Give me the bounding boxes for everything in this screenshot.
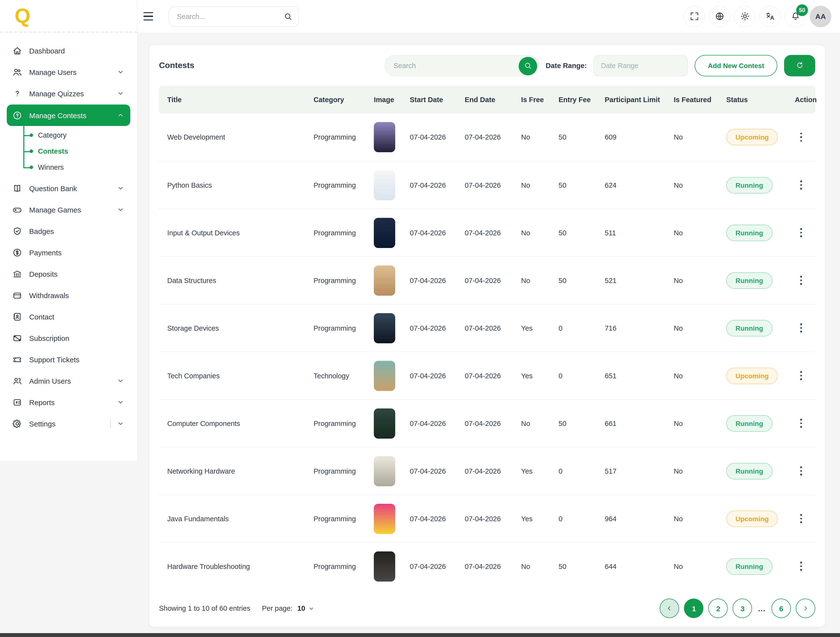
translate-button[interactable] [759, 6, 781, 27]
participant-limit: 521 [605, 277, 674, 284]
sidebar-item-payments[interactable]: Payments [7, 242, 130, 262]
start-date: 07-04-2026 [410, 562, 465, 570]
is-featured: No [674, 372, 726, 379]
table-search-button[interactable] [518, 57, 537, 75]
sidebar-item-reports[interactable]: Reports [7, 392, 130, 413]
contest-thumbnail[interactable] [374, 218, 395, 248]
contest-thumbnail[interactable] [374, 408, 395, 438]
row-actions-menu-button[interactable] [795, 177, 807, 193]
table-header-row: TitleCategoryImageStart DateEnd DateIs F… [159, 86, 815, 113]
sidebar-item-deposits[interactable]: Deposits [7, 264, 130, 284]
contest-thumbnail[interactable] [374, 313, 395, 343]
sidebar-item-label: Subscription [29, 334, 125, 342]
menu-toggle-button[interactable] [144, 9, 158, 24]
sidebar-item-withdrawals[interactable]: Withdrawals [7, 285, 130, 305]
pagination-next-button[interactable] [796, 599, 815, 618]
sidebar-item-contact[interactable]: Contact [7, 306, 130, 327]
pagination-page-3[interactable]: 3 [733, 599, 752, 618]
status-cell: Running [726, 415, 795, 432]
sidebar-item-manage-quizzes[interactable]: Manage Quizzes [7, 83, 130, 104]
row-actions-menu-button[interactable] [795, 272, 807, 289]
row-actions-menu-button[interactable] [795, 224, 807, 241]
pagination-page-2[interactable]: 2 [709, 599, 728, 618]
start-date: 07-04-2026 [410, 419, 465, 427]
contest-thumbnail[interactable] [374, 456, 395, 486]
sidebar-subitem-contests[interactable]: Contests [23, 143, 137, 159]
sidebar-item-badges[interactable]: Badges [7, 221, 130, 241]
contest-thumbnail[interactable] [374, 504, 395, 534]
is-free: No [521, 133, 559, 141]
chevron-down-icon [117, 68, 125, 76]
translate-icon [765, 11, 775, 21]
row-actions-menu-button[interactable] [795, 367, 807, 384]
sidebar-item-manage-users[interactable]: Manage Users [7, 62, 130, 82]
pagination-page-6[interactable]: 6 [772, 599, 791, 618]
row-actions-menu-button[interactable] [795, 511, 807, 527]
table-search-input[interactable] [385, 55, 538, 76]
user-avatar[interactable]: AA [810, 6, 831, 27]
status-badge: Running [726, 558, 772, 575]
contest-thumbnail[interactable] [374, 170, 395, 200]
global-search-input[interactable] [169, 6, 299, 27]
topbar: 50AA [137, 0, 840, 33]
per-page-select[interactable]: 10 [297, 604, 314, 612]
participant-limit: 651 [605, 372, 674, 379]
sidebar-item-dashboard[interactable]: Dashboard [7, 40, 130, 61]
sidebar-item-label: Payments [29, 248, 125, 256]
contest-category: Programming [314, 229, 374, 237]
is-featured: No [674, 515, 726, 523]
sidebar-item-settings[interactable]: Settings [7, 413, 130, 434]
contest-thumbnail[interactable] [374, 360, 395, 391]
contest-image-cell [374, 456, 410, 486]
pagination: 123...6 [660, 599, 815, 618]
add-new-contest-button[interactable]: Add New Contest [695, 55, 777, 76]
bullet-icon [30, 149, 33, 153]
refresh-button[interactable] [784, 55, 815, 76]
row-actions-menu-button[interactable] [795, 558, 807, 575]
divider [111, 419, 111, 428]
contest-thumbnail[interactable] [374, 265, 395, 296]
sidebar-item-label: Manage Quizzes [29, 89, 117, 98]
light-mode-button[interactable] [734, 6, 755, 27]
start-date: 07-04-2026 [410, 181, 465, 189]
chevron-down-icon [117, 206, 125, 213]
action-cell [795, 558, 817, 575]
home-icon [12, 45, 22, 56]
sidebar-subitem-category[interactable]: Category [23, 127, 137, 143]
contest-thumbnail[interactable] [374, 551, 395, 581]
action-cell [795, 272, 817, 289]
notifications-button[interactable]: 50 [785, 6, 806, 27]
fullscreen-button[interactable] [684, 6, 705, 27]
date-range-input[interactable] [594, 55, 688, 76]
row-actions-menu-button[interactable] [795, 463, 807, 479]
app-logo[interactable]: Q [14, 4, 30, 27]
chevron-right-icon [802, 604, 809, 612]
question-icon [12, 88, 22, 99]
globe-button[interactable] [709, 6, 730, 27]
start-date: 07-04-2026 [410, 372, 465, 379]
row-actions-menu-button[interactable] [795, 129, 807, 145]
gear-icon [12, 418, 22, 429]
is-featured: No [674, 277, 726, 284]
status-cell: Running [726, 320, 795, 336]
start-date: 07-04-2026 [410, 467, 465, 475]
sidebar-item-manage-games[interactable]: Manage Games [7, 199, 130, 220]
contest-thumbnail[interactable] [374, 122, 395, 152]
sidebar-item-manage-contests[interactable]: Manage Contests [7, 104, 130, 126]
contest-title: Web Development [167, 133, 314, 141]
row-actions-menu-button[interactable] [795, 320, 807, 336]
row-actions-menu-button[interactable] [795, 415, 807, 432]
sidebar-item-question-bank[interactable]: Question Bank [7, 178, 130, 198]
sidebar-subitem-winners[interactable]: Winners [23, 159, 137, 175]
pagination-prev-button[interactable] [660, 599, 679, 618]
sidebar-item-subscription[interactable]: Subscription [7, 328, 130, 348]
sidebar-item-support-tickets[interactable]: Support Tickets [7, 349, 130, 370]
sidebar-item-admin-users[interactable]: Admin Users [7, 370, 130, 391]
chevron-up-icon [117, 111, 125, 119]
search-icon [283, 12, 293, 21]
contests-card: Contests Date Range: Add New Contest Tit… [149, 45, 825, 627]
sidebar-item-label: Deposits [29, 270, 125, 278]
pagination-page-1[interactable]: 1 [684, 599, 704, 618]
entry-fee: 0 [559, 467, 605, 475]
start-date: 07-04-2026 [410, 133, 465, 141]
